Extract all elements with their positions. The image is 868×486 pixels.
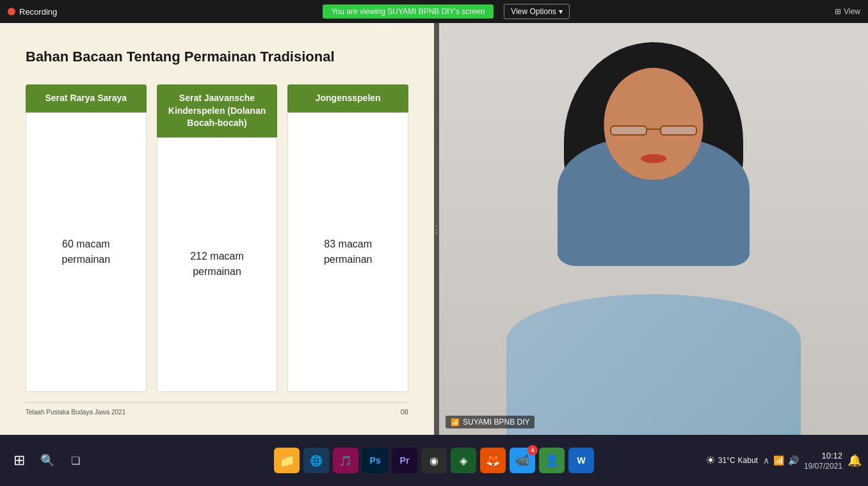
- top-bar: Recording You are viewing SUYAMI BPNB DI…: [0, 0, 868, 23]
- weather-temp: 31°C: [718, 456, 735, 465]
- taskbar-premiere[interactable]: Pr: [392, 448, 417, 473]
- tray-volume-icon[interactable]: 🔊: [788, 455, 799, 466]
- taskbar-word[interactable]: W: [568, 448, 594, 473]
- taskbar-antivirus[interactable]: ◉: [421, 448, 447, 473]
- presenter-video: [439, 23, 868, 435]
- system-tray-icons: ∧ 📶 🔊: [763, 455, 799, 466]
- taskbar: ⊞ 🔍 ❑ 📁 🌐 🎵 Ps Pr ◉ ◈ 🦊 📹 4 👤 W ☀ 31°C K…: [0, 435, 868, 486]
- glasses-bridge: [647, 129, 660, 130]
- slide-panel: Bahan Bacaan Tentang Permainan Tradision…: [0, 23, 434, 435]
- camera-label: 📶 SUYAMI BPNB DIY: [446, 416, 534, 428]
- card-header-3: Jongensspelen: [287, 84, 408, 113]
- tray-expand-icon[interactable]: ∧: [763, 455, 769, 466]
- glasses-left-lens: [610, 125, 647, 136]
- card-serat-jaavansche: Serat Jaavansche Kinderspelen (Dolanan B…: [157, 84, 278, 392]
- card-body-3: 83 macam permainan: [287, 113, 408, 392]
- slide-footer-page: 08: [401, 408, 408, 416]
- clock-widget[interactable]: 10:12 19/07/2021: [804, 451, 842, 471]
- screen-share-banner: You are viewing SUYAMI BPNB DIY's screen: [323, 4, 494, 19]
- taskbar-photoshop[interactable]: Ps: [362, 448, 388, 473]
- card-jongensspelen: Jongensspelen 83 macam permainan: [287, 84, 408, 392]
- windows-start-button[interactable]: ⊞: [6, 448, 32, 473]
- signal-strength-icon: 📶: [451, 418, 460, 427]
- taskbar-right: ☀ 31°C Kabut ∧ 📶 🔊 10:12 19/07/2021 🔔: [705, 451, 862, 471]
- taskbar-center: 📁 🌐 🎵 Ps Pr ◉ ◈ 🦊 📹 4 👤 W: [274, 448, 594, 473]
- slide-footer-source: Telaah Pustaka Budaya Jawa 2021: [26, 409, 125, 416]
- weather-condition: Kabut: [738, 456, 758, 465]
- top-center: You are viewing SUYAMI BPNB DIY's screen…: [323, 4, 570, 19]
- card-header-1: Serat Rarya Saraya: [26, 84, 147, 113]
- glasses: [609, 125, 698, 136]
- presenter-name: SUYAMI BPNB DIY: [463, 418, 529, 427]
- taskbar-left: ⊞ 🔍 ❑: [6, 448, 88, 473]
- taskbar-browser[interactable]: 🌐: [303, 448, 329, 473]
- card-body-2: 212 macam permainan: [157, 137, 278, 392]
- card-body-1: 60 macam permainan: [26, 113, 147, 392]
- slide-inner: Bahan Bacaan Tentang Permainan Tradision…: [0, 23, 434, 435]
- taskbar-zoom[interactable]: 📹 4: [510, 448, 535, 473]
- slide-footer: Telaah Pustaka Budaya Jawa 2021 08: [26, 402, 408, 416]
- clock-time: 10:12: [821, 451, 842, 460]
- view-options-button[interactable]: View Options ▾: [504, 4, 569, 19]
- slide-title: Bahan Bacaan Tentang Permainan Tradision…: [26, 49, 408, 65]
- taskbar-firefox[interactable]: 🦊: [480, 448, 506, 473]
- rec-dot-icon: [8, 8, 15, 15]
- notification-center-button[interactable]: 🔔: [848, 453, 862, 467]
- taskbar-file-explorer[interactable]: 📁: [274, 448, 300, 473]
- weather-icon: ☀: [705, 453, 716, 467]
- cards-row: Serat Rarya Saraya 60 macam permainan Se…: [26, 84, 408, 392]
- body-clothing: [506, 294, 801, 435]
- recording-indicator: Recording: [8, 7, 57, 17]
- weather-widget[interactable]: ☀ 31°C Kabut: [705, 453, 758, 467]
- main-content: Bahan Bacaan Tentang Permainan Tradision…: [0, 23, 868, 435]
- view-options-arrow-icon: ▾: [559, 7, 563, 16]
- taskbar-taskview-button[interactable]: ❑: [63, 448, 88, 473]
- zoom-badge: 4: [527, 445, 538, 455]
- clock-date: 19/07/2021: [804, 462, 842, 471]
- panel-resize-handle[interactable]: [434, 23, 439, 435]
- mouth: [641, 154, 666, 163]
- recording-label: Recording: [19, 7, 57, 17]
- view-button[interactable]: ⊞ View: [835, 7, 860, 16]
- taskbar-search-button[interactable]: 🔍: [35, 448, 60, 473]
- taskbar-media[interactable]: 🎵: [333, 448, 358, 473]
- taskbar-app6[interactable]: ◈: [451, 448, 476, 473]
- view-grid-icon: ⊞: [835, 7, 841, 16]
- view-options-label: View Options: [511, 7, 556, 16]
- taskbar-people[interactable]: 👤: [539, 448, 565, 473]
- camera-panel: 📶 SUYAMI BPNB DIY: [439, 23, 868, 435]
- view-label: View: [844, 7, 860, 16]
- glasses-right-lens: [660, 125, 697, 136]
- card-header-2: Serat Jaavansche Kinderspelen (Dolanan B…: [157, 84, 278, 137]
- tray-network-icon[interactable]: 📶: [773, 455, 784, 466]
- card-serat-rarya: Serat Rarya Saraya 60 macam permainan: [26, 84, 147, 392]
